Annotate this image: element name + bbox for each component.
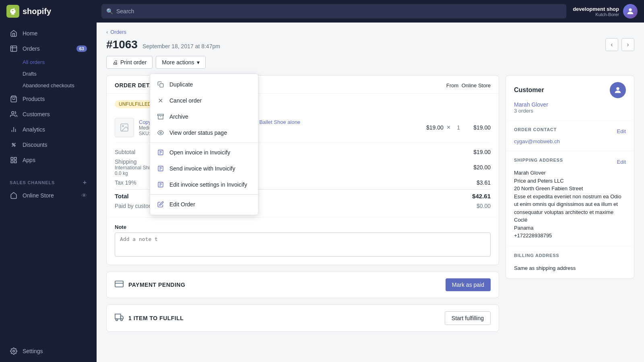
mark-as-paid-btn[interactable]: Mark as paid xyxy=(446,278,491,291)
dropdown-item-view-status[interactable]: View order status page xyxy=(150,125,258,141)
svg-point-22 xyxy=(160,132,161,134)
sidebar-item-products[interactable]: Products xyxy=(3,92,93,106)
breadcrumb[interactable]: ‹ Orders xyxy=(106,29,634,35)
contact-section-label: ORDER CONTACT xyxy=(514,127,557,132)
sidebar-item-orders[interactable]: Orders 63 xyxy=(3,41,93,56)
sidebar-item-apps[interactable]: Apps xyxy=(3,153,93,167)
search-bar[interactable]: 🔍 xyxy=(101,4,566,19)
svg-rect-12 xyxy=(11,157,13,159)
shipping-edit-btn[interactable]: Edit xyxy=(617,159,626,165)
sidebar-item-settings[interactable]: Settings xyxy=(3,344,93,358)
search-icon: 🔍 xyxy=(106,8,113,14)
from-value: Online Store xyxy=(462,82,491,88)
fulfill-left: 1 ITEM TO FULFILL xyxy=(115,313,184,324)
next-order-btn[interactable]: › xyxy=(621,38,634,51)
invoicify-icon-3 xyxy=(157,181,165,189)
breadcrumb-arrow: ‹ xyxy=(106,29,108,35)
dropdown-divider xyxy=(150,142,258,143)
view-status-label: View order status page xyxy=(169,130,227,136)
sidebar-item-drafts[interactable]: Drafts xyxy=(3,68,93,79)
online-store-icon xyxy=(10,191,18,200)
dropdown-item-edit-invoice[interactable]: Edit invoice settings in Invoicify xyxy=(150,177,258,193)
invoicify-icon-1 xyxy=(157,148,165,156)
home-label: Home xyxy=(23,30,37,37)
pending-left: PAYMENT PENDING xyxy=(115,280,185,290)
archive-label: Archive xyxy=(169,113,188,120)
online-store-label: Online Store xyxy=(23,192,54,199)
search-input[interactable] xyxy=(116,8,561,14)
avatar xyxy=(623,4,638,19)
contact-edit-btn[interactable]: Edit xyxy=(617,128,626,134)
archive-icon xyxy=(157,113,165,121)
svg-rect-1 xyxy=(11,46,17,51)
sidebar-item-all-orders[interactable]: All orders xyxy=(3,57,93,68)
start-fulfilling-btn[interactable]: Start fulfilling xyxy=(445,311,491,325)
svg-point-42 xyxy=(121,319,123,321)
sidebar: Home Orders 63 All orders Drafts Abandon… xyxy=(0,23,97,362)
logo[interactable]: shopify xyxy=(6,5,95,18)
svg-rect-15 xyxy=(11,161,13,163)
home-icon xyxy=(10,29,18,37)
customer-avatar xyxy=(610,82,626,98)
dropdown-item-cancel[interactable]: Cancel order xyxy=(150,93,258,109)
contact-email[interactable]: cygav@mobweb.ch xyxy=(514,138,626,144)
svg-rect-39 xyxy=(115,314,121,319)
price-x: × xyxy=(447,124,450,131)
sidebar-item-discounts[interactable]: Discounts xyxy=(3,138,93,152)
subtotal-value: $19.00 xyxy=(473,149,491,155)
more-actions-label: More actions xyxy=(162,59,194,66)
shop-name: development shop xyxy=(573,6,619,12)
add-sales-channel-btn[interactable]: + xyxy=(83,179,87,186)
apps-label: Apps xyxy=(23,157,35,163)
item-total: $19.00 xyxy=(466,124,491,131)
user-menu[interactable]: development shop Kutch-Borer xyxy=(573,4,638,19)
item-image xyxy=(115,118,134,137)
fulfill-body: 1 ITEM TO FULFILL Start fulfilling xyxy=(107,305,499,331)
payment-pending-card: PAYMENT PENDING Mark as paid xyxy=(106,272,499,298)
settings-label: Settings xyxy=(23,348,43,354)
unfulfilled-badge: UNFULFILLED xyxy=(115,100,155,108)
dropdown-item-archive[interactable]: Archive xyxy=(150,109,258,125)
customer-header-section: Customer Marah Glover 3 orders xyxy=(506,76,634,120)
paid-value: $0.00 xyxy=(477,203,491,209)
orders-badge: 63 xyxy=(76,45,87,52)
discounts-label: Discounts xyxy=(23,142,47,148)
sidebar-item-home[interactable]: Home xyxy=(3,26,93,41)
dropdown-divider-2 xyxy=(150,194,258,195)
prev-order-btn[interactable]: ‹ xyxy=(605,38,618,51)
note-input[interactable] xyxy=(115,232,491,257)
svg-point-9 xyxy=(12,143,13,144)
fulfill-title: 1 ITEM TO FULFILL xyxy=(128,315,184,321)
invoicify-icon-2 xyxy=(157,165,165,173)
more-actions-btn[interactable]: More actions ▾ xyxy=(156,56,205,69)
shipping-section-label: SHIPPING ADDRESS xyxy=(514,158,563,162)
shipping-header: SHIPPING ADDRESS Edit xyxy=(514,158,626,166)
analytics-icon xyxy=(10,125,18,134)
sidebar-item-online-store[interactable]: Online Store 👁 xyxy=(3,188,93,203)
tax-value: $3.61 xyxy=(477,179,491,186)
sidebar-item-analytics[interactable]: Analytics xyxy=(3,122,93,137)
edit-order-label: Edit Order xyxy=(169,201,195,208)
customer-header: Customer xyxy=(514,82,626,98)
sidebar-item-customers[interactable]: Customers xyxy=(3,107,93,121)
print-order-btn[interactable]: 🖨 Print order xyxy=(106,56,153,69)
dropdown-item-send-invoice[interactable]: Send invoice with Invoicify xyxy=(150,160,258,177)
edit-order-icon xyxy=(157,200,165,208)
shipping-extra: Esse et expedita eveniet non nostrum ea … xyxy=(514,193,626,216)
tax-label: Tax 19% xyxy=(115,179,136,186)
sidebar-item-abandoned[interactable]: Abandoned checkouts xyxy=(3,80,93,91)
products-icon xyxy=(10,95,18,103)
customer-orders: 3 orders xyxy=(514,108,626,114)
svg-point-10 xyxy=(14,145,15,146)
dropdown-item-open-invoice[interactable]: Open invoice in Invoicify xyxy=(150,144,258,160)
customer-name[interactable]: Marah Glover xyxy=(514,101,626,108)
dropdown-item-duplicate[interactable]: Duplicate xyxy=(150,76,258,93)
settings-icon xyxy=(10,347,18,355)
printer-icon: 🖨 xyxy=(112,59,118,66)
dropdown-item-edit-order[interactable]: Edit Order xyxy=(150,196,258,212)
mark-paid-label: Mark as paid xyxy=(452,282,484,288)
svg-point-5 xyxy=(12,111,14,114)
shipping-city: Coclé xyxy=(514,216,626,224)
shipping-phone: +172228938795 xyxy=(514,232,626,240)
svg-point-36 xyxy=(122,125,124,127)
